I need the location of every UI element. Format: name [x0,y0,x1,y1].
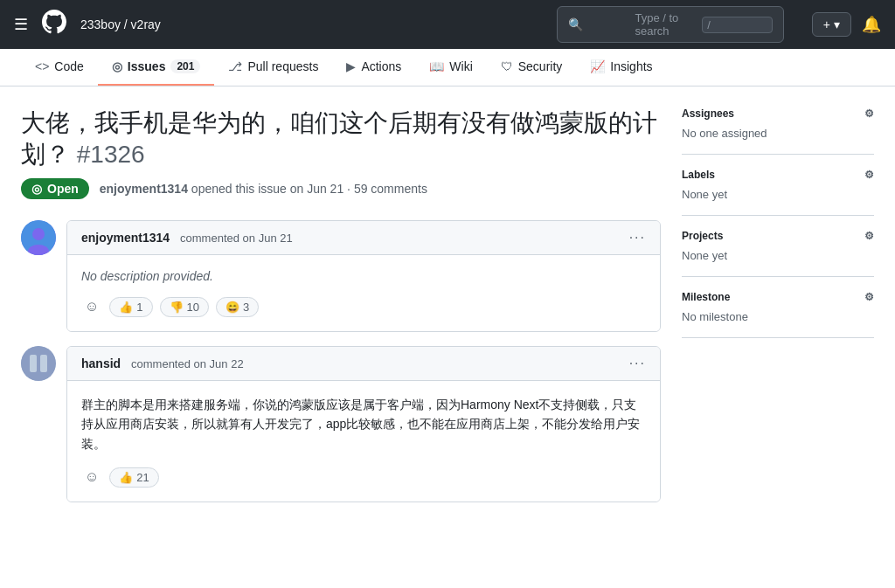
avatar-enjoyment1314 [21,220,56,255]
svg-rect-4 [30,355,37,372]
repo-nav: <> Code ◎ Issues 201 ⎇ Pull requests ▶ A… [0,49,895,86]
reaction-thumbsup-2[interactable]: 👍 21 [109,467,158,488]
reaction-thumbsdown-1[interactable]: 👎 10 [160,297,209,317]
sidebar: Assignees ⚙ No one assigned Labels ⚙ Non… [682,107,874,516]
issue-content: 大佬，我手机是华为的，咱们这个后期有没有做鸿蒙版的计划？ #1326 ◎ Ope… [21,107,661,516]
hamburger-icon[interactable]: ☰ [14,15,28,34]
issue-author-link[interactable]: enjoyment1314 [100,182,188,196]
comment-2-box: hansid commented on Jun 22 ··· 群主的脚本是用来搭… [66,346,661,502]
laugh-emoji: 😄 [225,301,239,314]
search-bar[interactable]: 🔍 Type / to search / [557,6,784,43]
nav-issues[interactable]: ◎ Issues 201 [98,49,215,86]
reaction-thumbsup-1[interactable]: 👍 1 [109,297,152,317]
assignees-label: Assignees ⚙ [682,107,874,120]
issues-badge: 201 [170,59,200,73]
issue-number: #1326 [77,141,145,168]
milestone-label: Milestone ⚙ [682,291,874,303]
projects-gear-icon[interactable]: ⚙ [864,230,874,242]
repo-owner-link[interactable]: 233boy [80,17,121,31]
nav-actions[interactable]: ▶ Actions [332,49,415,86]
issue-meta: ◎ Open enjoyment1314 opened this issue o… [21,178,661,199]
comment-1-header: enjoyment1314 commented on Jun 21 ··· [67,221,660,255]
issue-title: 大佬，我手机是华为的，咱们这个后期有没有做鸿蒙版的计划？ #1326 [21,107,661,171]
open-circle-icon: ◎ [31,182,42,196]
repo-name-link[interactable]: v2ray [131,17,161,31]
svg-rect-5 [40,355,47,372]
comment-1-reactions: ☺ 👍 1 👎 10 😄 3 [81,297,646,317]
svg-point-1 [32,228,45,240]
milestone-gear-icon[interactable]: ⚙ [864,291,874,303]
thumbsdown-count: 10 [187,301,199,314]
comment-1-menu[interactable]: ··· [629,230,646,246]
svg-rect-3 [21,346,56,381]
comment-1-time: commented on Jun 21 [180,232,293,245]
comment-1-author[interactable]: enjoyment1314 [81,231,170,245]
nav-actions: + ▾ 🔔 [812,12,881,37]
new-button[interactable]: + ▾ [812,12,851,37]
reaction-add-icon[interactable]: ☺ [81,297,102,316]
comment-2-wrapper: hansid commented on Jun 22 ··· 群主的脚本是用来搭… [21,346,661,502]
reaction-add-2-icon[interactable]: ☺ [81,467,102,487]
code-icon: <> [35,59,49,73]
comment-2-time: commented on Jun 22 [131,357,244,370]
comment-1-box: enjoyment1314 commented on Jun 21 ··· No… [66,220,661,332]
issue-icon: ◎ [112,59,122,73]
comment-2-reactions: ☺ 👍 21 [81,467,646,488]
labels-gear-icon[interactable]: ⚙ [864,169,874,181]
thumbsdown-emoji: 👎 [170,301,184,314]
assignees-value: No one assigned [682,127,874,140]
comment-1-body: No description provided. ☺ 👍 1 👎 10 😄 [67,255,660,331]
projects-label: Projects ⚙ [682,230,874,242]
nav-security[interactable]: 🛡 Security [487,49,577,86]
comment-2-text: 群主的脚本是用来搭建服务端，你说的鸿蒙版应该是属于客户端，因为Harmony N… [81,395,646,453]
nav-wiki[interactable]: 📖 Wiki [415,49,486,86]
issue-meta-text: enjoyment1314 opened this issue on Jun 2… [100,182,427,196]
pr-icon: ⎇ [228,59,242,73]
nav-pullrequests[interactable]: ⎇ Pull requests [214,49,332,86]
insights-icon: 📈 [590,59,605,73]
thumbsup-2-count: 21 [136,471,149,484]
labels-value: None yet [682,188,874,201]
projects-section: Projects ⚙ None yet [682,216,874,277]
comment-2-body: 群主的脚本是用来搭建服务端，你说的鸿蒙版应该是属于客户端，因为Harmony N… [67,381,660,502]
actions-icon: ▶ [346,59,356,73]
assignees-gear-icon[interactable]: ⚙ [864,107,874,120]
comment-1-italic: No description provided. [81,269,646,283]
comment-2-header: hansid commented on Jun 22 ··· [67,347,660,381]
thumbsup-count: 1 [136,301,142,314]
nav-code[interactable]: <> Code [21,49,98,86]
thumbsup-emoji: 👍 [119,301,133,314]
security-icon: 🛡 [501,59,513,73]
reaction-laugh-1[interactable]: 😄 3 [216,297,259,317]
projects-value: None yet [682,249,874,262]
wiki-icon: 📖 [429,59,444,73]
labels-label: Labels ⚙ [682,169,874,181]
notification-icon[interactable]: 🔔 [862,15,881,34]
main-content: 大佬，我手机是华为的，咱们这个后期有没有做鸿蒙版的计划？ #1326 ◎ Ope… [0,86,895,516]
milestone-value: No milestone [682,310,874,323]
comment-1-wrapper: enjoyment1314 commented on Jun 21 ··· No… [21,220,661,332]
comment-2-menu[interactable]: ··· [629,356,646,371]
top-nav: ☰ 233boy / v2ray 🔍 Type / to search / + … [0,0,895,49]
avatar-hansid [21,346,56,381]
thumbsup-2-emoji: 👍 [119,471,133,484]
milestone-section: Milestone ⚙ No milestone [682,277,874,338]
nav-insights[interactable]: 📈 Insights [576,49,666,86]
open-badge: ◎ Open [21,178,89,199]
search-placeholder: Type / to search [635,11,695,38]
github-logo [42,10,66,39]
comment-2-author[interactable]: hansid [81,356,121,370]
assignees-section: Assignees ⚙ No one assigned [682,107,874,155]
search-kbd: / [702,17,773,33]
laugh-count: 3 [243,301,249,314]
labels-section: Labels ⚙ None yet [682,155,874,216]
repo-path: 233boy / v2ray [80,17,161,31]
